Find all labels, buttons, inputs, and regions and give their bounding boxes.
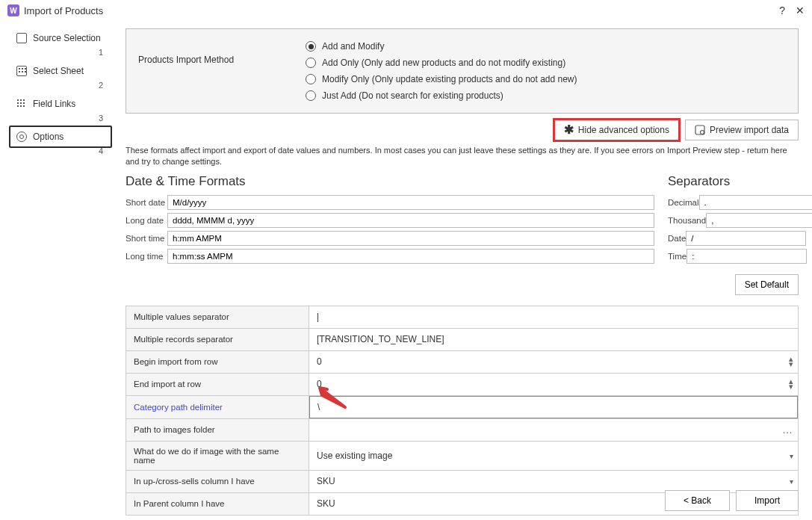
radio-icon xyxy=(306,58,316,68)
radio-label: Add and Modify xyxy=(322,41,384,52)
thousand-input[interactable] xyxy=(706,213,812,228)
nav-step-number: 2 xyxy=(99,81,103,90)
button-label: Preview import data xyxy=(710,125,789,135)
date-sep-label: Date xyxy=(668,234,686,243)
adv-row-label: Path to images folder xyxy=(126,419,309,441)
spinner-icon[interactable]: ▴▾ xyxy=(789,379,793,389)
back-button[interactable]: < Back xyxy=(665,490,730,511)
adv-row-value[interactable]: | xyxy=(309,306,798,327)
import-method-panel: Products Import Method Add and Modify Ad… xyxy=(125,28,799,114)
adv-row-value[interactable]: 0▴▾ xyxy=(309,374,798,394)
nav-label: Select Sheet xyxy=(33,66,84,76)
close-icon[interactable]: ✕ xyxy=(796,4,805,16)
date-sep-input[interactable] xyxy=(686,231,806,246)
hide-advanced-button[interactable]: ✱ Hide advanced options xyxy=(554,120,679,140)
radio-modify-only[interactable]: Modify Only (Only update existing produc… xyxy=(306,71,798,87)
adv-row[interactable]: Begin import from row0▴▾ xyxy=(126,351,798,374)
window-title: Import of Products xyxy=(24,5,779,16)
nav-options[interactable]: Options 4 xyxy=(9,126,112,148)
chevron-down-icon[interactable]: ▾ xyxy=(790,479,793,484)
adv-row[interactable]: Multiple values separator| xyxy=(126,306,798,329)
long-time-input[interactable] xyxy=(167,249,654,264)
format-hint-text: These formats affect import and export o… xyxy=(125,145,799,168)
nav-select-sheet[interactable]: Select Sheet 2 xyxy=(9,60,112,82)
adv-row-label: Category path delimiter xyxy=(126,396,309,418)
sheet-icon xyxy=(16,66,27,76)
adv-row-value[interactable]: Use existing image▾ xyxy=(309,445,798,466)
adv-row-value[interactable]: \ xyxy=(309,396,798,418)
adv-row-value[interactable]: SKU▾ xyxy=(309,471,798,492)
spinner-icon[interactable]: ▴▾ xyxy=(789,356,793,367)
nav-step-number: 1 xyxy=(99,48,103,57)
adv-row-value[interactable]: 0▴▾ xyxy=(309,351,798,372)
time-sep-input[interactable] xyxy=(687,249,807,264)
radio-label: Add Only (Only add new products and do n… xyxy=(322,58,565,68)
preview-import-button[interactable]: Preview import data xyxy=(685,120,799,140)
adv-row[interactable]: Path to images folder… xyxy=(126,419,798,442)
radio-label: Just Add (Do not search for existing pro… xyxy=(322,90,503,101)
adv-row-label: Multiple records separator xyxy=(126,329,309,350)
nav-field-links[interactable]: Field Links 3 xyxy=(9,93,112,115)
adv-row-label: What do we do if image with the same nam… xyxy=(126,442,309,470)
nav-label: Field Links xyxy=(33,99,75,109)
svg-point-1 xyxy=(700,131,704,134)
radio-add-only[interactable]: Add Only (Only add new products and do n… xyxy=(306,55,798,71)
adv-row[interactable]: End import at row0▴▾ xyxy=(126,374,798,396)
thousand-label: Thousand xyxy=(668,216,706,225)
app-icon: W xyxy=(7,4,19,16)
radio-icon xyxy=(306,41,316,52)
decimal-input[interactable] xyxy=(699,195,812,210)
datetime-formats-title: Date & Time Formats xyxy=(125,174,654,189)
short-time-input[interactable] xyxy=(167,231,654,246)
preview-icon xyxy=(695,125,705,135)
short-date-label: Short date xyxy=(125,198,167,207)
asterisk-icon: ✱ xyxy=(564,126,574,134)
browse-icon[interactable]: … xyxy=(782,427,793,433)
separators-title: Separators xyxy=(668,174,799,189)
time-sep-label: Time xyxy=(668,252,687,261)
svg-rect-0 xyxy=(695,126,704,134)
adv-row-label: Begin import from row xyxy=(126,351,309,373)
links-icon xyxy=(16,99,27,109)
adv-row-label: End import at row xyxy=(126,374,309,395)
import-method-label: Products Import Method xyxy=(126,35,306,107)
adv-row-value[interactable]: [TRANSITION_TO_NEW_LINE] xyxy=(309,329,798,350)
nav-label: Source Selection xyxy=(33,33,101,43)
nav-step-number: 3 xyxy=(99,114,103,123)
wizard-sidebar: Source Selection 1 Select Sheet 2 Field … xyxy=(0,21,112,519)
radio-icon xyxy=(306,74,316,84)
radio-add-modify[interactable]: Add and Modify xyxy=(306,38,798,55)
button-label: Hide advanced options xyxy=(578,125,669,135)
long-time-label: Long time xyxy=(125,252,167,261)
long-date-label: Long date xyxy=(125,216,167,225)
adv-row-value[interactable]: … xyxy=(309,424,798,435)
nav-source-selection[interactable]: Source Selection 1 xyxy=(9,27,112,49)
radio-just-add[interactable]: Just Add (Do not search for existing pro… xyxy=(306,87,798,104)
set-default-button[interactable]: Set Default xyxy=(735,274,799,295)
page-icon xyxy=(16,33,27,43)
short-date-input[interactable] xyxy=(167,195,654,210)
radio-label: Modify Only (Only update existing produc… xyxy=(322,74,577,84)
gear-icon xyxy=(16,131,27,142)
adv-row[interactable]: Category path delimiter\ xyxy=(126,396,798,419)
adv-row[interactable]: What do we do if image with the same nam… xyxy=(126,442,798,471)
chevron-down-icon[interactable]: ▾ xyxy=(790,453,793,458)
advanced-options-grid: Multiple values separator|Multiple recor… xyxy=(125,306,799,516)
decimal-label: Decimal xyxy=(668,198,699,207)
adv-row-label: In up-/cross-sells column I have xyxy=(126,471,309,492)
help-icon[interactable]: ? xyxy=(779,4,785,16)
long-date-input[interactable] xyxy=(167,213,654,228)
adv-row-label: In Parent column I have xyxy=(126,493,309,515)
adv-row[interactable]: Multiple records separator[TRANSITION_TO… xyxy=(126,329,798,351)
radio-icon xyxy=(306,90,316,101)
import-button[interactable]: Import xyxy=(736,490,799,511)
short-time-label: Short time xyxy=(125,234,167,243)
nav-label: Options xyxy=(33,131,63,142)
adv-row-label: Multiple values separator xyxy=(126,306,309,328)
nav-step-number: 4 xyxy=(99,146,103,155)
